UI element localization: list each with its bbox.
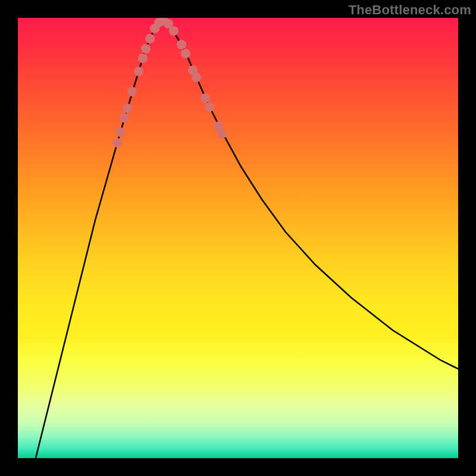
curve-marker: [141, 44, 151, 54]
curve-markers: [112, 18, 227, 148]
curve-marker: [145, 34, 155, 43]
curve-marker: [177, 40, 186, 49]
chart-frame: TheBottleneck.com: [0, 0, 476, 476]
bottleneck-curve: [36, 20, 458, 458]
curve-marker: [169, 26, 178, 36]
curve-marker: [112, 138, 122, 148]
watermark-text: TheBottleneck.com: [349, 2, 471, 18]
chart-svg: [18, 18, 458, 458]
curve-marker: [205, 102, 214, 112]
curve-marker: [181, 49, 190, 58]
curve-marker: [115, 127, 125, 137]
curve-marker: [127, 87, 137, 96]
plot-area: [18, 18, 458, 458]
curve-marker: [123, 104, 132, 113]
curve-marker: [138, 54, 148, 63]
curve-marker: [192, 73, 201, 82]
curve-marker: [217, 129, 227, 139]
curve-marker: [120, 113, 129, 123]
curve-marker: [134, 67, 143, 76]
curve-marker: [201, 93, 210, 103]
